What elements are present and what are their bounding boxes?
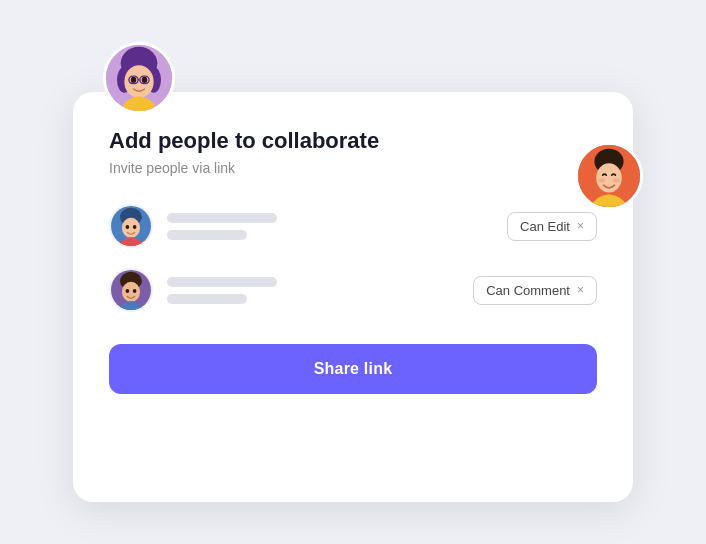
svg-point-17 (122, 218, 140, 238)
person-1-remove-icon[interactable]: × (577, 219, 584, 233)
person-2-permission-label: Can Comment (486, 283, 570, 298)
person-2-name-placeholder (167, 277, 277, 287)
person-1-permission-badge[interactable]: Can Edit × (507, 212, 597, 241)
avatar-person-1 (109, 204, 153, 248)
person-2-email-placeholder (167, 294, 247, 304)
svg-point-14 (613, 178, 620, 183)
avatar-top-right (575, 142, 643, 210)
person-2-permission-badge[interactable]: Can Comment × (473, 276, 597, 305)
person-1-info (167, 213, 493, 240)
person-2-info (167, 277, 459, 304)
person-2-remove-icon[interactable]: × (577, 283, 584, 297)
share-link-button[interactable]: Share link (109, 344, 597, 394)
person-row-2: Can Comment × (109, 268, 597, 312)
svg-point-24 (133, 289, 137, 293)
svg-point-18 (126, 225, 130, 229)
scene: Add people to collaborate Invite people … (73, 42, 633, 502)
svg-point-5 (131, 77, 137, 83)
avatar-top-left (103, 42, 175, 114)
person-1-email-placeholder (167, 230, 247, 240)
avatar-person-2 (109, 268, 153, 312)
card-title: Add people to collaborate (109, 128, 597, 154)
svg-point-22 (122, 282, 140, 302)
card: Add people to collaborate Invite people … (73, 92, 633, 502)
svg-point-6 (142, 77, 148, 83)
person-1-permission-label: Can Edit (520, 219, 570, 234)
svg-point-23 (126, 289, 130, 293)
card-subtitle: Invite people via link (109, 160, 597, 176)
svg-point-13 (598, 178, 605, 183)
person-row-1: Can Edit × (109, 204, 597, 248)
person-1-name-placeholder (167, 213, 277, 223)
svg-point-19 (133, 225, 137, 229)
